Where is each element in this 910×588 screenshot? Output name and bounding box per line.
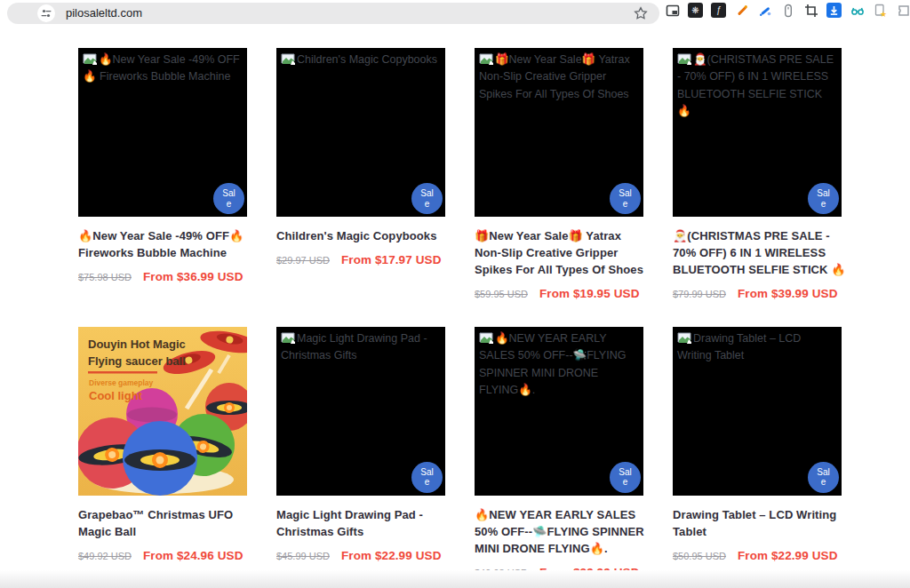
broken-image-icon xyxy=(281,332,295,344)
price-row: $75.98 USD From $36.99 USD xyxy=(78,270,253,283)
product-title[interactable]: 🎁New Year Sale🎁 Yatrax Non-Slip Creative… xyxy=(475,228,650,279)
product-image: Magic Light Drawing Pad - Christmas Gift… xyxy=(276,327,445,496)
url-text[interactable]: pilosaleltd.com xyxy=(66,3,142,24)
price-row: $50.95 USD From $22.99 USD xyxy=(673,549,848,562)
broken-image-icon xyxy=(677,53,691,65)
broken-image-icon xyxy=(677,332,691,344)
product-title[interactable]: 🔥NEW YEAR EARLY SALES 50% OFF--🛸FLYING S… xyxy=(475,507,650,558)
sale-badge: Sale xyxy=(808,183,839,214)
product-card[interactable]: Drawing Tablet – LCD Writing Tablet Sale… xyxy=(673,327,848,579)
sale-price: From $19.95 USD xyxy=(539,287,640,300)
product-grid-row-1: 🔥New Year Sale -49% OFF🔥 Fireworks Bubbl… xyxy=(0,27,910,300)
image-alt-text: 🔥New Year Sale -49% OFF🔥 Fireworks Bubbl… xyxy=(83,53,240,83)
mouse-extension-icon[interactable] xyxy=(780,3,795,18)
bookmark-star-icon[interactable] xyxy=(633,5,649,21)
compare-price: $50.95 USD xyxy=(673,551,726,561)
product-card[interactable]: Children's Magic Copybooks Sale Children… xyxy=(276,48,451,300)
extensions-row: ❋ ƒ ★ xyxy=(665,3,910,18)
image-alt-text: 🔥NEW YEAR EARLY SALES 50% OFF--🛸FLYING S… xyxy=(479,332,626,396)
product-card[interactable]: 🔥New Year Sale -49% OFF🔥 Fireworks Bubbl… xyxy=(78,48,253,300)
price-row: $45.99 USD From $22.99 USD xyxy=(276,549,451,562)
sale-badge: Sale xyxy=(808,462,839,493)
product-card[interactable]: 🎅(CHRISTMAS PRE SALE - 70% OFF) 6 IN 1 W… xyxy=(673,48,848,300)
product-image: 🎁New Year Sale🎁 Yatrax Non-Slip Creative… xyxy=(475,48,643,217)
product-image: 🔥New Year Sale -49% OFF🔥 Fireworks Bubbl… xyxy=(78,48,247,217)
price-row: $29.97 USD From $17.97 USD xyxy=(276,253,451,266)
sale-badge: Sale xyxy=(213,183,244,214)
product-image: Children's Magic Copybooks Sale xyxy=(276,48,445,217)
image-alt-text: Magic Light Drawing Pad - Christmas Gift… xyxy=(281,332,427,362)
product-card[interactable]: 🎁New Year Sale🎁 Yatrax Non-Slip Creative… xyxy=(475,48,650,300)
product-image: Douyin Hot Magic Flying saucer ball Dive… xyxy=(78,327,247,496)
sale-badge: Sale xyxy=(610,183,641,214)
crop-extension-icon[interactable] xyxy=(803,3,818,18)
product-image: 🔥NEW YEAR EARLY SALES 50% OFF--🛸FLYING S… xyxy=(475,327,643,496)
price-row: $59.95 USD From $19.95 USD xyxy=(475,287,650,300)
product-image: Drawing Tablet – LCD Writing Tablet Sale xyxy=(673,327,842,496)
product-card[interactable]: Magic Light Drawing Pad - Christmas Gift… xyxy=(276,327,451,579)
image-alt-text: 🎁New Year Sale🎁 Yatrax Non-Slip Creative… xyxy=(479,53,630,100)
compare-price: $79.99 USD xyxy=(673,289,726,299)
starred-page-extension-icon[interactable]: ★ xyxy=(873,3,888,18)
broken-image-icon xyxy=(83,53,97,65)
product-title[interactable]: 🎅(CHRISTMAS PRE SALE - 70% OFF) 6 IN 1 W… xyxy=(673,228,848,279)
picture-in-picture-icon[interactable] xyxy=(665,3,680,18)
compare-price: $59.95 USD xyxy=(475,289,528,299)
broken-image-icon xyxy=(479,332,493,344)
page-bottom-fade xyxy=(0,570,910,588)
product-card[interactable]: 🔥NEW YEAR EARLY SALES 50% OFF--🛸FLYING S… xyxy=(475,327,650,579)
product-title[interactable]: Grapebao™ Christmas UFO Magic Ball xyxy=(78,507,253,541)
teal-glasses-extension-icon[interactable] xyxy=(850,3,865,18)
broken-image-icon xyxy=(479,53,493,65)
sale-badge: Sale xyxy=(411,462,443,493)
product-title[interactable]: Drawing Tablet – LCD Writing Tablet xyxy=(673,507,848,541)
compare-price: $29.97 USD xyxy=(276,255,330,266)
clipped-extension-icon[interactable] xyxy=(896,3,910,18)
product-grid-row-2: Douyin Hot Magic Flying saucer ball Dive… xyxy=(0,327,910,579)
sale-price: From $39.99 USD xyxy=(738,287,838,300)
svg-text:★: ★ xyxy=(880,9,887,18)
browser-toolbar: pilosaleltd.com ❋ ƒ ★ xyxy=(0,0,910,27)
orange-pen-extension-icon[interactable] xyxy=(734,3,749,18)
product-title[interactable]: 🔥New Year Sale -49% OFF🔥 Fireworks Bubbl… xyxy=(78,228,253,262)
image-alt-text: Children's Magic Copybooks xyxy=(297,53,437,66)
product-title[interactable]: Children's Magic Copybooks xyxy=(276,228,451,245)
function-extension-icon[interactable]: ƒ xyxy=(711,3,726,18)
sale-badge: Sale xyxy=(411,183,443,214)
sale-price: From $36.99 USD xyxy=(143,270,243,283)
sale-price: From $17.97 USD xyxy=(341,253,442,266)
broken-image-icon xyxy=(281,53,295,65)
site-settings-icon[interactable] xyxy=(37,4,55,22)
image-alt-text: 🎅(CHRISTMAS PRE SALE - 70% OFF) 6 IN 1 W… xyxy=(677,53,834,117)
blue-edit-extension-icon[interactable] xyxy=(757,3,772,18)
promo-subtext-1: Diverse gameplay xyxy=(89,378,154,387)
sale-price: From $24.96 USD xyxy=(143,549,243,562)
product-title[interactable]: Magic Light Drawing Pad - Christmas Gift… xyxy=(276,507,451,541)
compare-price: $49.92 USD xyxy=(78,551,132,561)
product-card[interactable]: Douyin Hot Magic Flying saucer ball Dive… xyxy=(78,327,253,579)
compare-price: $45.99 USD xyxy=(276,551,330,561)
promo-heading-line2: Flying saucer ball xyxy=(88,354,186,368)
storefront-page: 🔥New Year Sale -49% OFF🔥 Fireworks Bubbl… xyxy=(0,27,910,588)
dark-pattern-extension-icon[interactable]: ❋ xyxy=(688,3,703,18)
sale-price: From $22.99 USD xyxy=(738,549,838,562)
sale-price: From $22.99 USD xyxy=(341,549,442,562)
sale-badge: Sale xyxy=(610,462,641,493)
promo-subtext-2: Cool light xyxy=(89,389,143,402)
image-alt-text: Drawing Tablet – LCD Writing Tablet xyxy=(677,332,801,362)
price-row: $49.92 USD From $24.96 USD xyxy=(78,549,253,562)
url-bar[interactable]: pilosaleltd.com xyxy=(7,3,659,24)
product-image: 🎅(CHRISTMAS PRE SALE - 70% OFF) 6 IN 1 W… xyxy=(673,48,842,217)
price-row: $79.99 USD From $39.99 USD xyxy=(673,287,848,300)
promo-heading-line1: Douyin Hot Magic xyxy=(88,338,186,351)
compare-price: $75.98 USD xyxy=(78,272,132,282)
ufo-ball-promo-image: Douyin Hot Magic Flying saucer ball Dive… xyxy=(78,327,247,496)
download-extension-icon[interactable] xyxy=(826,3,842,18)
